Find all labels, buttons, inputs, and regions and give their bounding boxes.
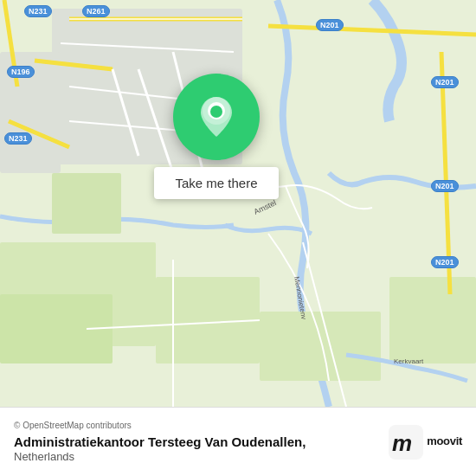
take-me-there-button[interactable]: Take me there bbox=[154, 167, 278, 199]
moovit-logo-icon: m bbox=[389, 425, 423, 460]
app: Amstel Mennonietenv Kerkvaart N261 N231 … bbox=[0, 0, 476, 476]
road-shield-n201-low: N201 bbox=[431, 256, 459, 268]
info-left: © OpenStreetMap contributors Administrat… bbox=[14, 421, 378, 464]
svg-text:m: m bbox=[392, 430, 412, 456]
location-title: Administratiekantoor Tersteeg Van Oudena… bbox=[14, 434, 378, 451]
location-pin-icon bbox=[199, 95, 234, 138]
road-shield-n201-right: N201 bbox=[431, 76, 459, 88]
info-bar: © OpenStreetMap contributors Administrat… bbox=[0, 407, 476, 476]
location-subtitle: Netherlands bbox=[14, 450, 378, 463]
pin-circle bbox=[173, 74, 260, 160]
svg-rect-5 bbox=[260, 312, 381, 381]
map-popup: Take me there bbox=[121, 74, 312, 199]
svg-point-30 bbox=[210, 106, 222, 118]
moovit-logo: m moovit bbox=[389, 425, 462, 460]
map-svg: Amstel Mennonietenv Kerkvaart bbox=[0, 0, 476, 407]
road-shield-n231-top: N231 bbox=[24, 5, 52, 17]
moovit-brand-text: moovit bbox=[427, 435, 462, 447]
road-shield-n201-top: N201 bbox=[316, 19, 344, 31]
road-shield-n231-mid: N231 bbox=[4, 132, 32, 145]
road-shield-n196: N196 bbox=[7, 66, 35, 78]
osm-credit: © OpenStreetMap contributors bbox=[14, 421, 378, 430]
road-shield-n261: N261 bbox=[82, 5, 110, 17]
svg-text:Kerkvaart: Kerkvaart bbox=[394, 357, 424, 365]
map-container: Amstel Mennonietenv Kerkvaart N261 N231 … bbox=[0, 0, 476, 407]
road-shield-n201-mid: N201 bbox=[431, 180, 459, 192]
svg-rect-6 bbox=[389, 277, 476, 363]
svg-rect-4 bbox=[52, 173, 121, 234]
